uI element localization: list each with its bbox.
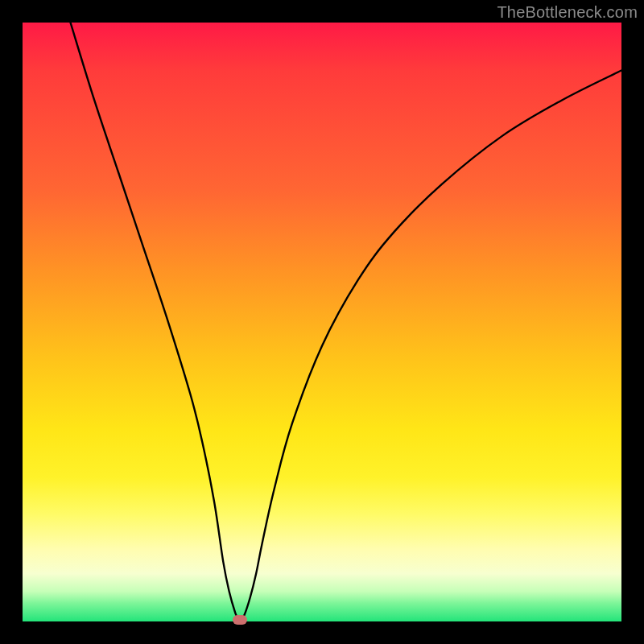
sweet-spot-marker (233, 615, 247, 625)
bottleneck-curve (23, 23, 621, 621)
plot-area (23, 23, 621, 621)
chart-frame: TheBottleneck.com (0, 0, 644, 644)
watermark-text: TheBottleneck.com (497, 3, 638, 22)
